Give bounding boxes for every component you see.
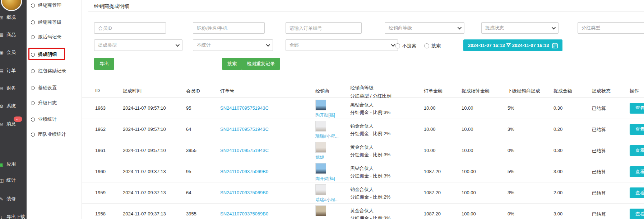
chevron-down-icon bbox=[266, 43, 270, 47]
submenu-item-红包奖励记录[interactable]: 红包奖励记录 bbox=[31, 67, 66, 75]
submenu-item-团队业绩统计[interactable]: 团队业绩统计 bbox=[31, 130, 66, 138]
dealer-name-link[interactable]: 妮妮 bbox=[315, 154, 324, 161]
cell-commission-time: 2024-11-07 09:57:10 bbox=[123, 127, 166, 132]
submenu-item-经销商等级[interactable]: 经销商等级 bbox=[31, 18, 61, 26]
dealer-avatar[interactable] bbox=[315, 205, 326, 216]
status-badge: 已结算 bbox=[592, 127, 606, 133]
cell-dividend-info: 分红佣金 - 比例:3% bbox=[350, 152, 390, 158]
sidebar-item-label: 商品 bbox=[6, 32, 16, 38]
cell-dealer-level: 铂金合伙人 bbox=[350, 123, 374, 129]
dealer-level-select[interactable]: 经销商等级 bbox=[385, 22, 464, 34]
sidebar-item-订单[interactable]: ▤订单 bbox=[0, 67, 27, 75]
radio-search-label: 搜索 bbox=[431, 43, 441, 49]
stats-select[interactable]: 不统计 bbox=[193, 39, 273, 51]
view-button[interactable]: 查看 bbox=[630, 124, 644, 135]
view-button[interactable]: 查看 bbox=[630, 187, 644, 198]
nickname-field[interactable] bbox=[193, 22, 265, 34]
order-number-link[interactable]: SN24110709375069B0 bbox=[220, 169, 268, 174]
column-header-label: 下级经销商提成 bbox=[508, 88, 540, 94]
sidebar-item-装修[interactable]: ✎装修 bbox=[0, 195, 27, 203]
commission-status-select[interactable]: 提成状态 bbox=[481, 22, 559, 34]
sidebar-item-商品[interactable]: ▦商品 bbox=[0, 31, 27, 39]
radio-search[interactable]: 搜索 bbox=[424, 43, 441, 49]
column-header-9: 提成金额 bbox=[553, 88, 572, 94]
view-button[interactable]: 查看 bbox=[630, 209, 644, 219]
order-number-link[interactable]: SN241107095751943C bbox=[220, 148, 269, 153]
export-button[interactable]: 导出 bbox=[94, 58, 114, 70]
column-header-label: 提成结算金额 bbox=[462, 88, 490, 94]
store-logo-avatar[interactable] bbox=[2, 0, 21, 10]
cell-amount: 0.30 bbox=[553, 105, 562, 111]
submenu-item-label: 激活码记录 bbox=[38, 34, 61, 40]
submenu-item-升级日志[interactable]: 升级日志 bbox=[31, 99, 57, 107]
scope-select[interactable]: 全部 bbox=[286, 39, 398, 51]
cell-sub-commission: 3% bbox=[508, 127, 514, 132]
status-badge: 已结算 bbox=[592, 105, 606, 112]
date-range-button[interactable]: 2024-11-07 16:13 至 2024-11-07 16:13 bbox=[463, 39, 562, 51]
radio-circle-icon bbox=[395, 43, 400, 48]
dealer-avatar[interactable] bbox=[315, 121, 326, 132]
dealer-avatar[interactable] bbox=[315, 100, 326, 110]
sidebar-item-导出下载[interactable]: ↓导出下载 bbox=[0, 213, 27, 219]
submenu-item-基础设置[interactable]: 基础设置 bbox=[31, 84, 57, 92]
dealer-avatar[interactable] bbox=[315, 142, 326, 153]
sidebar-item-消息[interactable]: ✉消息... bbox=[0, 120, 27, 128]
sidebar-item-会员[interactable]: ◉会员 bbox=[0, 48, 27, 56]
order-no-input[interactable] bbox=[289, 25, 358, 31]
member-id-field[interactable] bbox=[94, 22, 166, 34]
search-button[interactable]: 搜索 bbox=[222, 58, 242, 70]
sidebar-item-label: 财务 bbox=[6, 85, 16, 91]
column-header-label: 订单金额 bbox=[424, 88, 443, 94]
cell-order-amount: 10.00 bbox=[424, 148, 436, 153]
dealer-name-link[interactable]: 瑞瑞#小程... bbox=[315, 133, 339, 139]
dealer-name-link[interactable]: 陶开勋[福] bbox=[315, 176, 335, 182]
radio-no-search[interactable]: 不搜索 bbox=[395, 43, 416, 49]
sidebar-item-统计[interactable]: ◫统计 bbox=[0, 176, 27, 184]
dashboard-icon: ⊞ bbox=[0, 15, 4, 20]
column-header-label: 会员ID bbox=[186, 88, 200, 94]
commission-type-select[interactable]: 提成类型 bbox=[94, 39, 182, 51]
dealer-avatar[interactable] bbox=[315, 163, 326, 174]
table-row: 19622024-11-07 09:57:1064SN2411070957519… bbox=[82, 119, 644, 140]
finance-icon: ⊟ bbox=[0, 86, 4, 91]
cell-dividend-info: 分红佣金 - 比例:3% bbox=[350, 109, 390, 116]
view-button[interactable]: 查看 bbox=[630, 103, 644, 114]
sidebar-item-系统[interactable]: ⚙系统 bbox=[0, 102, 27, 110]
cell-dividend-info: 分红佣金 - 比例:3% bbox=[350, 215, 390, 219]
cell-dealer-level: 铂金合伙人 bbox=[350, 186, 374, 193]
submenu-item-业绩统计[interactable]: 业绩统计 bbox=[31, 115, 57, 123]
order-number-link[interactable]: SN24110709375069B0 bbox=[220, 211, 268, 216]
goods-icon: ▦ bbox=[0, 32, 4, 38]
view-button[interactable]: 查看 bbox=[630, 145, 644, 156]
decorate-icon: ✎ bbox=[0, 196, 4, 202]
order-number-link[interactable]: SN241107095751943C bbox=[220, 127, 269, 132]
dealer-level-value: 经销商等级 bbox=[389, 25, 412, 31]
sidebar-item-label: 会员 bbox=[6, 49, 16, 56]
order-number-link[interactable]: SN24110709375069B0 bbox=[220, 190, 268, 195]
sidebar-item-应用[interactable]: ▣应用 bbox=[0, 160, 27, 168]
view-button[interactable]: 查看 bbox=[630, 166, 644, 177]
check-duplicate-button[interactable]: 检测重复记录 bbox=[241, 58, 280, 70]
cell-settle-amount: 10.00 bbox=[462, 127, 473, 132]
submenu-item-提成明细[interactable]: 提成明细 bbox=[31, 51, 57, 58]
cell-member-id: 95 bbox=[186, 169, 191, 174]
column-header-4: 经销商 bbox=[315, 88, 329, 94]
dealer-avatar[interactable] bbox=[315, 184, 326, 195]
nickname-input[interactable] bbox=[197, 25, 261, 31]
sidebar-item-概况[interactable]: ⊞概况 bbox=[0, 14, 27, 22]
submenu-item-经销商管理[interactable]: 经销商管理 bbox=[31, 1, 61, 9]
dividend-type-select[interactable]: 分红类型 bbox=[578, 22, 644, 34]
order-no-field[interactable] bbox=[286, 22, 362, 34]
sidebar-item-财务[interactable]: ⊟财务 bbox=[0, 84, 27, 92]
submenu-item-激活码记录[interactable]: 激活码记录 bbox=[31, 33, 61, 41]
cell-sub-commission: 5% bbox=[508, 105, 514, 111]
cell-id: 1962 bbox=[95, 127, 106, 132]
cell-settle-amount: 100.00 bbox=[462, 190, 476, 195]
order-number-link[interactable]: SN241107095751943C bbox=[220, 105, 269, 111]
dealer-name-link[interactable]: 陶开勋[福] bbox=[315, 112, 335, 118]
sidebar-item-label: 导出下载 bbox=[6, 214, 25, 219]
member-id-input[interactable] bbox=[98, 25, 162, 31]
column-header-label: 提成金额 bbox=[553, 88, 572, 94]
submenu-item-label: 经销商等级 bbox=[38, 19, 61, 25]
dealer-name-link[interactable]: 瑞瑞#小程... bbox=[315, 197, 339, 203]
